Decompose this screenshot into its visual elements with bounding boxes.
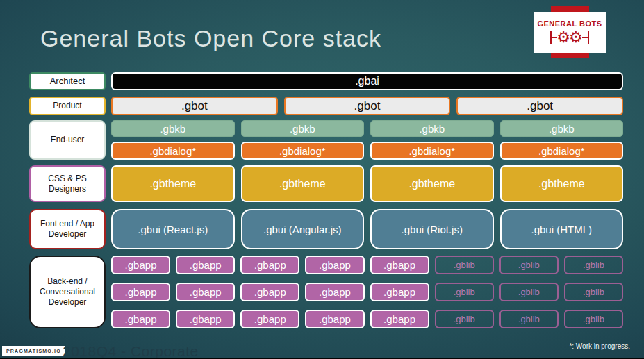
gbui-box: .gbui (Riot.js) xyxy=(370,209,494,249)
gbkb-box: .gbkb xyxy=(111,120,235,137)
row-label-designers: CSS & PS Designers xyxy=(29,165,106,202)
slide: General Bots Open Core stack GENERAL BOT… xyxy=(0,0,644,359)
gbapp-box: .gbapp xyxy=(370,283,429,301)
logo-right-bar xyxy=(588,31,589,44)
page-title: General Bots Open Core stack xyxy=(40,25,381,52)
general-bots-logo: GENERAL BOTS ⚙ ⚙ xyxy=(534,12,606,53)
row-label-product: Product xyxy=(29,97,106,115)
gbapp-box: .gbapp xyxy=(370,256,429,274)
gblib-box: .gblib xyxy=(564,310,623,328)
gbai-box: .gbai xyxy=(111,72,623,90)
gblib-box: .gblib xyxy=(499,283,559,301)
gbapp-box: .gbapp xyxy=(176,310,235,328)
gbapp-box: .gbapp xyxy=(240,256,299,274)
gbapp-box: .gbapp xyxy=(305,256,364,274)
gblib-box: .gblib xyxy=(499,310,559,328)
gbkb-box: .gbkb xyxy=(370,120,494,137)
gbdialog-box: .gbdialog* xyxy=(500,142,624,160)
gblib-box: .gblib xyxy=(435,310,494,328)
gear-icon: ⚙ xyxy=(569,30,583,45)
gbapp-box: .gbapp xyxy=(176,256,235,274)
gbapp-box: .gbapp xyxy=(305,310,364,328)
gblib-box: .gblib xyxy=(435,283,494,301)
gbapp-box: .gbapp xyxy=(111,256,170,274)
pragmatismo-logo: PRAGMATISMO.IO xyxy=(2,346,65,356)
row-frontend: Font end / App Developer .gbui (React.js… xyxy=(29,209,623,249)
gbapp-box: .gbapp xyxy=(111,283,170,301)
logo-right-line xyxy=(582,37,588,38)
gbdialog-box: .gbdialog* xyxy=(370,142,494,160)
gbui-box: .gbui (Angular.js) xyxy=(241,209,365,249)
work-in-progress-note: *: Work in progress. xyxy=(569,342,630,350)
gbkb-box: .gbkb xyxy=(241,120,365,137)
row-label-backend: Back-end / Conversational Developer xyxy=(29,256,106,328)
gblib-box: .gblib xyxy=(564,283,623,301)
row-label-architect: Architect xyxy=(29,72,106,90)
backend-row-2: .gbapp .gbapp .gbapp .gbapp .gbapp .gbli… xyxy=(111,283,623,301)
gbtheme-box: .gbtheme xyxy=(500,165,624,202)
row-architect: Architect .gbai xyxy=(29,72,623,90)
footer-version-text: 2018Q4 - Corporate xyxy=(63,343,199,359)
gbot-box: .gbot xyxy=(284,97,451,115)
gbapp-box: .gbapp xyxy=(370,310,429,328)
gbtheme-box: .gbtheme xyxy=(370,165,494,202)
gbtheme-box: .gbtheme xyxy=(111,165,235,202)
gbdialog-box: .gbdialog* xyxy=(241,142,365,160)
gbot-box: .gbot xyxy=(111,97,278,115)
gbdialog-box: .gbdialog* xyxy=(111,142,235,160)
gbapp-box: .gbapp xyxy=(305,283,364,301)
gbtheme-box: .gbtheme xyxy=(241,165,365,202)
gbui-box: .gbui (React.js) xyxy=(111,209,235,249)
stack-diagram: Architect .gbai Product .gbot .gbot .gbo… xyxy=(29,72,623,328)
backend-row-3: .gbapp .gbapp .gbapp .gbapp .gbapp .gbli… xyxy=(111,310,623,328)
row-label-frontend: Font end / App Developer xyxy=(29,209,106,249)
gbot-box: .gbot xyxy=(456,97,623,115)
row-label-end-user: End-user xyxy=(29,120,106,160)
gbui-box: .gbui (HTML) xyxy=(500,209,624,249)
gblib-box: .gblib xyxy=(435,256,494,274)
gbapp-box: .gbapp xyxy=(240,283,299,301)
gbapp-box: .gbapp xyxy=(240,310,299,328)
gblib-box: .gblib xyxy=(564,256,623,274)
row-backend: Back-end / Conversational Developer .gba… xyxy=(29,256,623,328)
gblib-box: .gblib xyxy=(499,256,559,274)
backend-row-1: .gbapp .gbapp .gbapp .gbapp .gbapp .gbli… xyxy=(111,256,623,274)
gbapp-box: .gbapp xyxy=(176,283,235,301)
gbapp-box: .gbapp xyxy=(111,310,170,328)
gbdialog-row: .gbdialog* .gbdialog* .gbdialog* .gbdial… xyxy=(111,142,623,160)
gbkb-box: .gbkb xyxy=(500,120,624,137)
logo-title: GENERAL BOTS xyxy=(537,19,602,28)
row-designers: CSS & PS Designers .gbtheme .gbtheme .gb… xyxy=(29,165,623,202)
row-product: Product .gbot .gbot .gbot xyxy=(29,97,623,115)
logo-gears-icon: ⚙ ⚙ xyxy=(550,28,588,47)
gbkb-row: .gbkb .gbkb .gbkb .gbkb xyxy=(111,120,623,137)
row-end-user: End-user .gbkb .gbkb .gbkb .gbkb .gbdial… xyxy=(29,120,623,160)
